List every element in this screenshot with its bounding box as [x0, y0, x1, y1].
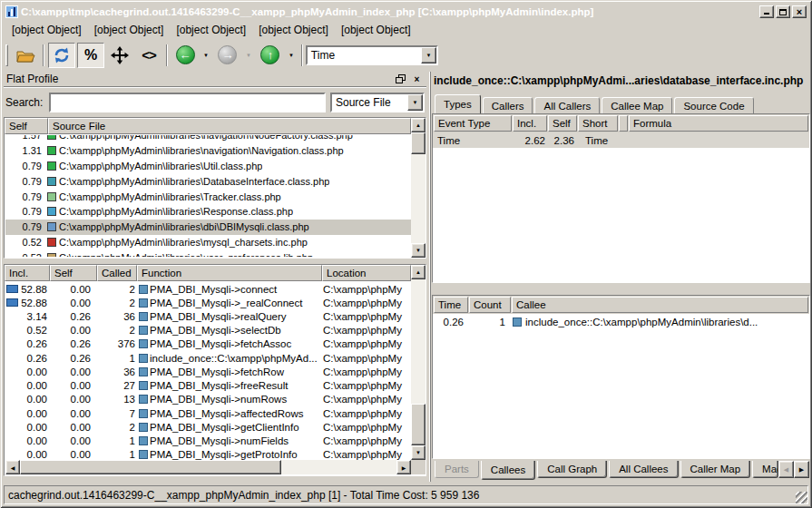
- scrollbar-track[interactable]: [411, 154, 426, 243]
- table-row[interactable]: 0.00 0.00 1 PMA_DBI_Mysqli->numFields C:…: [5, 434, 411, 447]
- dock-float-button[interactable]: [394, 73, 407, 85]
- column-header-callee[interactable]: Callee: [512, 297, 808, 313]
- forward-dropdown-caret[interactable]: ▼: [246, 53, 251, 58]
- open-file-button[interactable]: [12, 43, 39, 68]
- scroll-up-icon[interactable]: ▲: [411, 118, 426, 132]
- relative-to-parent-button[interactable]: <>: [135, 43, 162, 68]
- table-row[interactable]: 0.26 1 include_once::C:\xampp\phpMyAdmin…: [433, 314, 809, 329]
- table-row[interactable]: 0.79 C:\xampp\phpMyAdmin\libraries\Datab…: [5, 173, 411, 189]
- tab-source-code[interactable]: Source Code: [674, 97, 753, 113]
- column-header-short[interactable]: Short: [578, 115, 618, 132]
- menu-item[interactable]: [object Object]: [88, 22, 171, 38]
- column-header-self[interactable]: Self: [5, 118, 48, 134]
- scroll-down-icon[interactable]: ▼: [411, 445, 426, 460]
- table-row[interactable]: 0.00 0.00 27 PMA_DBI_Mysqli->freeResult …: [5, 379, 411, 393]
- cost-bar-icon: [6, 285, 18, 293]
- toolbar-handle[interactable]: [5, 44, 8, 66]
- column-header-count[interactable]: Count: [469, 297, 511, 313]
- table-row[interactable]: 1.31 C:\xampp\phpMyAdmin\libraries\navig…: [5, 143, 411, 159]
- table-row[interactable]: 0.79 C:\xampp\phpMyAdmin\libraries\Respo…: [5, 204, 411, 220]
- relative-percent-button[interactable]: %: [77, 43, 104, 68]
- table-row[interactable]: 0.00 0.00 1 PMA_DBI_Mysqli->getProtoInfo…: [5, 448, 411, 460]
- tab-call-graph[interactable]: Call Graph: [537, 461, 607, 478]
- table-row[interactable]: 3.14 0.26 36 PMA_DBI_Mysqli->realQuery C…: [5, 309, 411, 323]
- tab-callees[interactable]: Callees: [481, 461, 535, 480]
- table-row[interactable]: 0.52 0.00 2 PMA_DBI_Mysqli->selectDb C:\…: [5, 324, 411, 337]
- scrollbar-thumb[interactable]: [411, 132, 426, 154]
- scroll-left-icon[interactable]: ◀: [5, 460, 20, 474]
- table-row[interactable]: 52.88 0.00 2 PMA_DBI_Mysqli->connect C:\…: [5, 282, 411, 296]
- tab-machine-code[interactable]: Machine: [752, 461, 778, 478]
- table-row[interactable]: 0.26 0.26 1 include_once::C:\xampp\phpMy…: [5, 351, 411, 365]
- tab-caller-map[interactable]: Caller Map: [680, 461, 751, 478]
- column-header-self[interactable]: Self: [50, 265, 97, 281]
- table-row[interactable]: 0.79 C:\xampp\phpMyAdmin\libraries\dbi\D…: [5, 220, 411, 235]
- table-row[interactable]: 1.57 C:\xampp\phpMyAdmin\libraries\navig…: [5, 135, 411, 143]
- minimize-button[interactable]: [759, 5, 774, 18]
- menu-item[interactable]: [object Object]: [170, 22, 252, 38]
- column-header-event-type[interactable]: Event Type: [434, 115, 512, 132]
- scrollbar-track[interactable]: [281, 460, 396, 474]
- chevron-down-icon[interactable]: ▼: [407, 94, 423, 111]
- location-cell: C:\xampp\phpMy: [323, 435, 411, 446]
- maximize-button[interactable]: [776, 5, 790, 18]
- up-dropdown-caret[interactable]: ▼: [289, 53, 294, 58]
- scrollbar-track[interactable]: [411, 279, 426, 404]
- vertical-scrollbar[interactable]: ▲ ▼: [411, 265, 426, 460]
- horizontal-scrollbar[interactable]: ◀ ▶: [5, 460, 411, 474]
- menu-item[interactable]: [object Object]: [335, 22, 417, 38]
- function-icon: [139, 450, 148, 459]
- function-icon: [139, 436, 148, 445]
- tab-callers[interactable]: Callers: [483, 97, 533, 113]
- chevron-down-icon[interactable]: ▼: [421, 47, 436, 64]
- column-header-time[interactable]: Time: [434, 297, 468, 313]
- table-row[interactable]: 0.79 C:\xampp\phpMyAdmin\libraries\Track…: [5, 189, 411, 204]
- grouping-combobox[interactable]: Source File ▼: [330, 93, 425, 112]
- column-header-self[interactable]: Self: [548, 115, 577, 132]
- search-input[interactable]: [49, 93, 326, 112]
- tab-types[interactable]: Types: [435, 94, 481, 113]
- column-header-incl[interactable]: Incl.: [5, 265, 50, 281]
- column-header-called[interactable]: Called: [97, 265, 137, 281]
- event-type-combobox[interactable]: Time ▼: [306, 45, 438, 65]
- menu-item[interactable]: [object Object]: [252, 22, 335, 38]
- table-row[interactable]: 0.00 0.00 13 PMA_DBI_Mysqli->numRows C:\…: [5, 393, 411, 406]
- table-row[interactable]: 0.26 0.26 376 PMA_DBI_Mysqli->fetchAssoc…: [5, 337, 411, 351]
- table-row[interactable]: 0.79 C:\xampp\phpMyAdmin\libraries\Util.…: [5, 159, 411, 174]
- column-header-source-file[interactable]: Source File: [48, 118, 411, 134]
- resize-grip[interactable]: [796, 492, 807, 503]
- forward-button[interactable]: →: [214, 43, 241, 68]
- column-header-formula[interactable]: Formula: [629, 115, 808, 132]
- table-row[interactable]: 0.52 C:\xampp\phpMyAdmin\libraries\mysql…: [5, 235, 411, 250]
- close-button[interactable]: ×: [792, 5, 807, 18]
- self-cost-cell: 0.00: [51, 366, 98, 377]
- table-row[interactable]: 52.88 0.00 2 PMA_DBI_Mysqli->_realConnec…: [5, 296, 411, 309]
- scroll-right-icon[interactable]: ▶: [396, 460, 411, 474]
- tab-scroll-right-icon[interactable]: ▶: [794, 461, 809, 478]
- scrollbar-thumb[interactable]: [20, 460, 281, 474]
- source-file-list: 1.57 C:\xampp\phpMyAdmin\libraries\navig…: [5, 135, 411, 257]
- expand-areas-button[interactable]: [106, 43, 133, 68]
- reload-button[interactable]: [48, 43, 75, 68]
- scroll-up-icon[interactable]: ▲: [411, 265, 426, 279]
- scrollbar-thumb[interactable]: [411, 404, 426, 445]
- tab-all-callers[interactable]: All Callers: [534, 97, 600, 113]
- table-row[interactable]: 0.00 0.00 2 PMA_DBI_Mysqli->getClientInf…: [5, 420, 411, 434]
- table-row[interactable]: Time 2.62 2.36 Time: [433, 132, 809, 148]
- vertical-scrollbar[interactable]: ▲ ▼: [411, 118, 426, 258]
- column-header-incl[interactable]: Incl.: [513, 115, 547, 132]
- tab-scroll-left-icon[interactable]: ◀: [778, 461, 794, 478]
- column-header-function[interactable]: Function: [137, 265, 322, 281]
- back-button[interactable]: ←: [171, 43, 199, 68]
- menu-item[interactable]: [object Object]: [5, 22, 88, 38]
- table-row[interactable]: 0.00 0.00 7 PMA_DBI_Mysqli->affectedRows…: [5, 406, 411, 420]
- table-row[interactable]: 0.00 0.00 36 PMA_DBI_Mysqli->fetchRow C:…: [5, 365, 411, 378]
- table-row[interactable]: 0.52 C:\xampp\phpMyAdmin\libraries\user_…: [5, 249, 411, 257]
- scroll-down-icon[interactable]: ▼: [411, 243, 426, 258]
- tab-callee-map[interactable]: Callee Map: [602, 97, 672, 113]
- tab-all-callees[interactable]: All Callees: [609, 461, 678, 478]
- up-button[interactable]: ↑: [257, 43, 284, 68]
- back-dropdown-caret[interactable]: ▼: [203, 53, 209, 58]
- dock-close-button[interactable]: ×: [410, 73, 424, 85]
- column-header-location[interactable]: Location: [322, 265, 411, 281]
